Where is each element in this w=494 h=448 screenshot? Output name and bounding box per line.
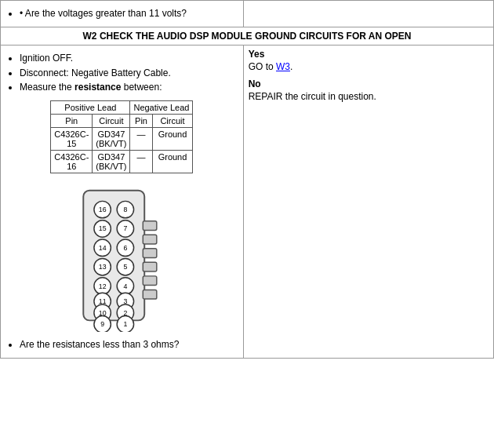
svg-text:5: 5 (124, 263, 128, 271)
bullet-ignition: Ignition OFF. (20, 52, 238, 65)
svg-rect-6 (143, 290, 158, 300)
col-circuit1: Circuit (93, 115, 130, 128)
row1-neg-circuit: Ground (152, 128, 193, 151)
w2-left-col: Ignition OFF. Disconnect: Negative Batte… (1, 45, 244, 358)
row1-circuit: GD347(BK/VT) (93, 128, 130, 151)
w2-header: W2 CHECK THE AUDIO DSP MODULE GROUND CIR… (1, 27, 494, 45)
row1-pin: C4326C-15 (51, 128, 93, 151)
row2-pin: C4326C-16 (51, 151, 93, 173)
resistance-table: Positive Lead Negative Lead Pin Circuit … (50, 100, 193, 173)
yes-label: Yes (249, 49, 489, 60)
top-left-cell: • Are the voltages greater than 11 volts… (1, 1, 244, 27)
yes-action: GO to W3. (249, 61, 489, 72)
svg-text:13: 13 (99, 263, 107, 271)
svg-text:12: 12 (99, 282, 107, 290)
positive-lead-header: Positive Lead (51, 101, 130, 115)
svg-text:4: 4 (124, 282, 128, 290)
no-label: No (249, 78, 489, 89)
svg-text:9: 9 (101, 320, 105, 328)
row2-neg-pin: — (130, 151, 152, 173)
row2-neg-circuit: Ground (152, 151, 193, 173)
bullet-disconnect: Disconnect: Negative Battery Cable. (20, 67, 238, 80)
svg-text:16: 16 (99, 206, 107, 213)
voltage-question: • Are the voltages greater than 11 volts… (20, 7, 238, 20)
table-col-headers: Pin Circuit Pin Circuit (51, 115, 193, 128)
row1-neg-pin: — (130, 128, 152, 151)
connector-diagram: 16 8 15 7 14 6 13 (5, 183, 238, 332)
svg-text:8: 8 (124, 206, 128, 213)
svg-text:7: 7 (124, 225, 128, 233)
w2-bullet-list: Ignition OFF. Disconnect: Negative Batte… (5, 52, 238, 94)
w3-link[interactable]: W3 (276, 61, 290, 72)
resistance-question-text: Are the resistances less than 3 ohms? (20, 338, 238, 351)
svg-text:15: 15 (99, 225, 107, 233)
negative-lead-header: Negative Lead (130, 101, 193, 115)
svg-text:14: 14 (99, 244, 107, 252)
w2-right-col: Yes GO to W3. No REPAIR the circuit in q… (243, 45, 493, 358)
col-circuit2: Circuit (152, 115, 193, 128)
top-right-cell (243, 1, 493, 27)
col-pin1: Pin (51, 115, 93, 128)
col-pin2: Pin (130, 115, 152, 128)
svg-rect-4 (143, 263, 158, 272)
bullet-measure: Measure the resistance between: (20, 81, 238, 94)
svg-rect-1 (143, 221, 158, 231)
svg-text:1: 1 (124, 320, 128, 328)
svg-rect-0 (84, 191, 145, 321)
svg-rect-2 (143, 235, 158, 244)
svg-text:6: 6 (124, 244, 128, 252)
row2-circuit: GD347(BK/VT) (93, 151, 130, 173)
connector-svg: 16 8 15 7 14 6 13 (59, 183, 184, 332)
table-row: C4326C-15 GD347(BK/VT) — Ground (51, 128, 193, 151)
svg-rect-3 (143, 249, 158, 258)
svg-rect-5 (143, 276, 158, 286)
table-header-row: Positive Lead Negative Lead (51, 101, 193, 115)
table-row: C4326C-16 GD347(BK/VT) — Ground (51, 151, 193, 173)
resistance-question: Are the resistances less than 3 ohms? (5, 338, 238, 351)
no-action: REPAIR the circuit in question. (249, 91, 489, 102)
